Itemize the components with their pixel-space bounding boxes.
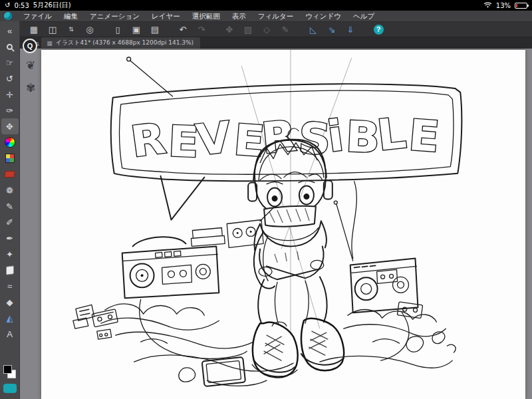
document-tab-bar: ▦ ⇅ ▦ イラスト41* (4376 x 4688px 1200dpi 141… [20, 37, 532, 49]
menu-item[interactable]: 編集 [58, 11, 84, 22]
pencil-tool[interactable]: ✐ [1, 214, 19, 230]
command-bar: ▦◫⇅◎▯▣▤↶↷✥▧◇✎◺⇘⇓? [20, 22, 532, 37]
touch-panel-icon[interactable]: ◫ [44, 23, 61, 36]
foreground-color-chip[interactable] [3, 365, 12, 374]
app-logo-icon[interactable] [4, 12, 12, 20]
menu-item[interactable]: 表示 [226, 11, 252, 22]
hand-tool[interactable]: ☞ [1, 55, 19, 70]
pen-tool[interactable]: ✎ [1, 198, 19, 214]
view-stepper-icon[interactable]: ⇅ [63, 23, 80, 36]
blend-tool[interactable]: ≈ [1, 278, 19, 294]
canvas-document[interactable]: REVERSiBLE [41, 50, 525, 399]
color-wheel[interactable] [1, 134, 19, 150]
edge-keyboard-button[interactable] [3, 384, 17, 393]
menu-item[interactable]: 選択範囲 [186, 11, 226, 22]
clock-time: 0:53 [14, 2, 29, 9]
operation-tool[interactable]: ✛ [1, 86, 19, 102]
move-tool[interactable]: ✥ [1, 118, 19, 134]
help-icon[interactable]: ? [370, 23, 387, 36]
menu-item[interactable]: レイヤー [146, 11, 186, 22]
transform-icon[interactable]: ✥ [221, 23, 238, 36]
orientation-lock-icon: ↺ [5, 2, 10, 9]
menu-item[interactable]: ファイル [17, 11, 58, 22]
character-sketch [248, 128, 344, 377]
marquee-icon[interactable]: ▧ [239, 23, 257, 36]
tool-palette: «☞↺✛✑✥❁✎✐✒✦≈◆◭A [0, 21, 20, 399]
menu-bar: ファイル編集アニメーションレイヤー選択範囲表示フィルターウィンドウヘルプ [0, 11, 532, 22]
tab-thumb-icon: ▦ [47, 40, 53, 47]
text-tool[interactable]: A [1, 326, 19, 342]
battery-icon [515, 3, 527, 9]
menu-item[interactable]: ヘルプ [347, 11, 380, 22]
document-tab-title: イラスト41* (4376 x 4688px 1200dpi 141.3%) [56, 39, 194, 47]
new-canvas-icon[interactable]: ▯ [109, 23, 126, 36]
collapse-panel-icon[interactable]: « [1, 23, 19, 39]
banner-sketch: REVERSiBLE [111, 57, 462, 258]
menu-item[interactable]: ウィンドウ [299, 11, 347, 22]
edit-pen-icon[interactable]: ✎ [277, 23, 294, 36]
ruler-pen-icon[interactable]: ◺ [305, 23, 322, 36]
menu-item[interactable]: フィルター [252, 11, 299, 22]
eyedropper-tool[interactable]: ✑ [1, 102, 19, 118]
approx-color[interactable] [1, 166, 19, 182]
color-indicator[interactable] [0, 363, 20, 380]
right-boombox-sketch [334, 201, 418, 313]
paper-stepper-icon[interactable]: ▤ [146, 23, 164, 36]
battery-percent: 13% [496, 2, 511, 9]
redo-icon[interactable]: ↷ [193, 23, 210, 36]
document-tab[interactable]: ▦ イラスト41* (4376 x 4688px 1200dpi 141.3%) [41, 37, 200, 49]
undo-icon[interactable]: ↶ [174, 23, 192, 36]
status-bar: ↺ 0:53 5月26日(日) 13% [0, 0, 532, 11]
clock-date: 5月26日(日) [33, 1, 71, 10]
zoom-tool[interactable] [1, 39, 19, 55]
fill-tool[interactable]: ◆ [1, 294, 19, 310]
left-boombox-sketch [122, 207, 275, 299]
eraser-tool[interactable] [1, 262, 19, 278]
figure-tool[interactable]: ◭ [1, 310, 19, 326]
snap-arrow-icon[interactable]: ⇘ [323, 23, 340, 36]
quick-stamp-icon-2[interactable]: ✾ [24, 81, 37, 94]
quick-launcher-button[interactable]: Q [23, 39, 37, 53]
export-icon[interactable]: ▣ [128, 23, 145, 36]
airbrush-tool[interactable]: ✦ [1, 246, 19, 262]
clear-icon[interactable]: ◇ [258, 23, 275, 36]
canvas-artwork[interactable]: REVERSiBLE [41, 50, 525, 399]
quick-stamp-icon-1[interactable]: ❦ [24, 59, 37, 72]
download-arrow-icon[interactable]: ⇓ [342, 23, 359, 36]
workspace-grid-icon[interactable]: ▦ [25, 23, 43, 36]
artwork-title-text: REVERSiBLE [128, 106, 443, 170]
brush-tool[interactable]: ✒ [1, 230, 19, 246]
rotate-canvas-tool[interactable]: ↺ [1, 70, 19, 86]
decoration-tool[interactable]: ❁ [1, 182, 19, 198]
canvas-area: REVERSiBLE [20, 49, 532, 399]
wifi-icon [483, 1, 492, 9]
color-set[interactable] [1, 150, 19, 166]
menu-item[interactable]: アニメーション [84, 11, 146, 22]
clip-studio-icon[interactable]: ◎ [81, 23, 98, 36]
